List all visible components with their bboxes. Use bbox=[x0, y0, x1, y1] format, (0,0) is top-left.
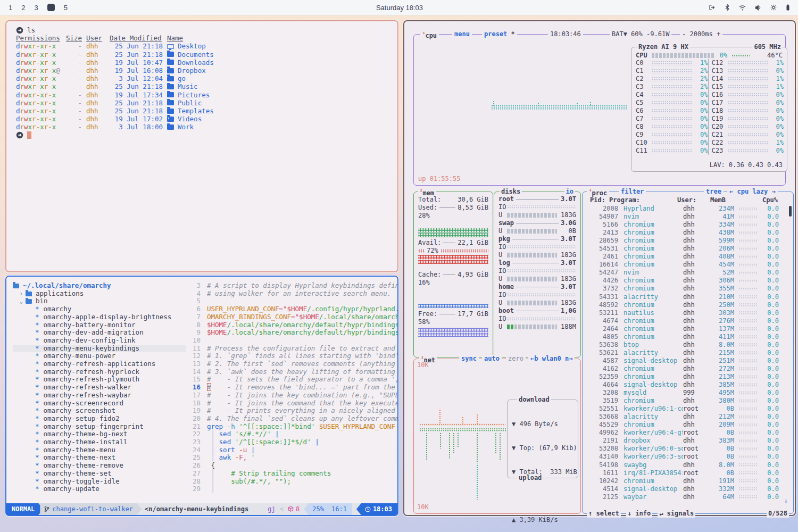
workspace-1[interactable]: 1 bbox=[9, 4, 12, 12]
terminal-cursor[interactable] bbox=[27, 131, 31, 139]
tree-item-omarchy-dev-add-migration[interactable]: *omarchy-dev-add-migration bbox=[13, 329, 186, 337]
process-row-49962[interactable]: 49962kworker/u96:4-gfroot0B0.0 bbox=[583, 429, 788, 437]
tree-item-omarchy-refresh-hyprlock[interactable]: *omarchy-refresh-hyprlock bbox=[13, 368, 186, 376]
process-row-2461[interactable]: 2461chromiumdhh408M0.0 bbox=[583, 253, 788, 261]
tree-item-omarchy-setup-fido2[interactable]: *omarchy-setup-fido2 bbox=[13, 415, 186, 423]
proc-signals-hint[interactable]: ↵ signals bbox=[658, 510, 695, 518]
process-row-54907[interactable]: 54907nvimdhh41M0.0 bbox=[583, 213, 788, 221]
tree-item-omarchy-menu-keybindings[interactable]: *omarchy-menu-keybindings bbox=[13, 345, 186, 353]
tree-item-omarchy-screenshot[interactable]: *omarchy-screenshot bbox=[13, 407, 186, 415]
workspace-3[interactable]: 3 bbox=[34, 4, 38, 12]
disks-title[interactable]: disks bbox=[500, 188, 522, 196]
proc-filter-button[interactable]: filter bbox=[619, 188, 646, 196]
gear-icon[interactable] bbox=[770, 4, 777, 11]
tree-dir-applications[interactable]: › applications bbox=[13, 290, 186, 298]
process-row-4674[interactable]: 4674chromiumdhh276M0.0 bbox=[583, 317, 788, 325]
git-branch-segment[interactable]: change-wofi-to-walker bbox=[40, 503, 142, 515]
tree-item-omarchy-theme-set[interactable]: *omarchy-theme-set bbox=[13, 470, 186, 478]
tree-item-omarchy-theme-install[interactable]: *omarchy-theme-install bbox=[13, 438, 186, 446]
bluetooth-icon[interactable] bbox=[724, 4, 730, 11]
proc-sort-selector[interactable]: ← cpu lazy → bbox=[727, 188, 778, 196]
proc-scrollbar[interactable] bbox=[789, 206, 792, 217]
process-row-43140[interactable]: 43140kworker/u96:3-sdroot0B0.0 bbox=[583, 453, 788, 461]
tree-item-omarchy-theme-bg-next[interactable]: *omarchy-theme-bg-next bbox=[13, 430, 186, 438]
process-row-5166[interactable]: 5166chromiumdhh334M0.0 bbox=[583, 221, 788, 229]
tree-item-omarchy-theme-remove[interactable]: *omarchy-theme-remove bbox=[13, 462, 186, 470]
process-row-4664[interactable]: 4664signal-desktopdhh385M0.0 bbox=[583, 381, 788, 389]
process-row-16614[interactable]: 16614chromiumdhh454M0.0 bbox=[583, 261, 788, 269]
process-row-53211[interactable]: 53211nautilusdhh303M0.0 bbox=[583, 309, 788, 317]
logout-icon[interactable] bbox=[708, 4, 716, 11]
process-row-53668[interactable]: 53668alacrittydhh212M0.0 bbox=[583, 413, 788, 421]
tab-cpu[interactable]: ¹cpu bbox=[420, 30, 439, 40]
process-row-52359[interactable]: 52359chromiumdhh213M0.0 bbox=[583, 373, 788, 381]
process-row-45529[interactable]: 45529chromiumdhh209M0.0 bbox=[583, 421, 788, 429]
scroll-down-icon[interactable]: ↓ bbox=[784, 497, 788, 505]
net-zero-button[interactable]: zero bbox=[506, 355, 526, 363]
menu-button[interactable]: menu bbox=[452, 30, 472, 38]
col-memb[interactable]: MemB bbox=[710, 196, 726, 204]
tree-item-omarchy-refresh-walker[interactable]: *omarchy-refresh-walker bbox=[13, 384, 186, 392]
process-row-54198[interactable]: 54198swaybgdhh8.0M0.0 bbox=[583, 461, 788, 469]
tree-item-omarchy-apple-display-brightness[interactable]: *omarchy-apple-display-brightness bbox=[13, 313, 186, 321]
process-row-3208[interactable]: 3208mysqld999495M0.0 bbox=[583, 389, 788, 397]
process-row-2191[interactable]: 2191dropboxdhh383M0.0 bbox=[583, 437, 788, 445]
proc-select-hint[interactable]: ↑ select bbox=[587, 510, 621, 518]
workspace-2[interactable]: 2 bbox=[21, 4, 25, 12]
tree-item-omarchy-theme-next[interactable]: *omarchy-theme-next bbox=[13, 454, 186, 462]
process-row-10242[interactable]: 10242chromiumdhh191M0.0 bbox=[583, 477, 788, 485]
tree-item-omarchy-toggle-idle[interactable]: *omarchy-toggle-idle bbox=[13, 478, 186, 486]
io-toggle[interactable]: io bbox=[564, 188, 575, 196]
process-row-3519[interactable]: 3519chromiumdhh380M0.0 bbox=[583, 397, 788, 405]
tree-root[interactable]: ~/.local/share/omarchy bbox=[13, 282, 186, 290]
workspace-5[interactable]: 5 bbox=[64, 4, 68, 12]
process-row-3732[interactable]: 3732chromiumdhh355M0.0 bbox=[583, 285, 788, 293]
process-row-2008[interactable]: 2008Hyprlanddhh234M0.0 bbox=[583, 205, 788, 213]
process-row-53638[interactable]: 53638btopdhh8.0M0.0 bbox=[583, 341, 788, 349]
process-row-28659[interactable]: 28659chromiumdhh599M0.0 bbox=[583, 237, 788, 245]
code-editor[interactable]: 3# A script to display Hyprland keybindi… bbox=[186, 277, 397, 503]
process-row-52551[interactable]: 52551kworker/u96:1-coroot0B0.0 bbox=[583, 405, 788, 413]
tree-item-omarchy-screenrecord[interactable]: *omarchy-screenrecord bbox=[13, 400, 186, 408]
tree-item-omarchy-refresh-waybar[interactable]: *omarchy-refresh-waybar bbox=[13, 392, 186, 400]
process-row-4426[interactable]: 4426chromiumdhh306M0.0 bbox=[583, 277, 788, 285]
tree-item-omarchy-theme-menu[interactable]: *omarchy-theme-menu bbox=[13, 446, 186, 454]
tree-item-omarchy-update[interactable]: *omarchy-update bbox=[13, 485, 186, 493]
tree-item-omarchy-dev-config-link[interactable]: *omarchy-dev-config-link bbox=[13, 337, 186, 345]
process-row-2125[interactable]: 2125waybardhh64M0.0 bbox=[583, 493, 788, 501]
proc-info-hint[interactable]: ↓ info bbox=[626, 510, 652, 518]
process-row-54331[interactable]: 54331alacrittydhh210M0.0 bbox=[583, 293, 788, 301]
process-row-4805[interactable]: 4805chromiumdhh411M0.0 bbox=[583, 333, 788, 341]
process-row-1611[interactable]: 1611irq/81-PIXA3854:root0B0.0 bbox=[583, 469, 788, 477]
battery-icon[interactable] bbox=[785, 4, 791, 11]
update-interval[interactable]: - 2000ms + bbox=[680, 30, 722, 38]
proc-tree-button[interactable]: tree bbox=[704, 188, 724, 196]
net-interface[interactable]: ←b wlan0 n→ bbox=[528, 355, 575, 363]
col-cpu[interactable]: Cpu% bbox=[762, 196, 778, 204]
tree-item-omarchy[interactable]: *omarchy bbox=[13, 305, 186, 313]
col-user[interactable]: User: bbox=[677, 196, 696, 204]
net-sync-button[interactable]: sync bbox=[459, 355, 479, 363]
tree-item-omarchy-refresh-applications[interactable]: *omarchy-refresh-applications bbox=[13, 360, 186, 368]
tree-item-omarchy-setup-fingerprint[interactable]: *omarchy-setup-fingerprint bbox=[13, 423, 186, 431]
preset-button[interactable]: preset * bbox=[482, 30, 517, 38]
wifi-icon[interactable] bbox=[738, 4, 746, 11]
process-row-53208[interactable]: 53208kworker/u96:0-sdroot0B0.0 bbox=[583, 445, 788, 453]
process-row-48592[interactable]: 48592chromiumdhh250M0.0 bbox=[583, 301, 788, 309]
net-auto-button[interactable]: auto bbox=[482, 355, 502, 363]
process-row-4587[interactable]: 4587signal-desktopdhh251M0.0 bbox=[583, 357, 788, 365]
process-row-4514[interactable]: 4514signal-desktopdhh332M0.0 bbox=[583, 485, 788, 493]
process-row-2464[interactable]: 2464chromiumdhh137M0.0 bbox=[583, 325, 788, 333]
volume-icon[interactable] bbox=[754, 4, 762, 11]
tree-item-omarchy-menu-power[interactable]: *omarchy-menu-power bbox=[13, 352, 186, 360]
process-row-2413[interactable]: 2413chromiumdhh438M0.0 bbox=[583, 229, 788, 237]
tree-item-omarchy-battery-monitor[interactable]: *omarchy-battery-monitor bbox=[13, 321, 186, 329]
process-row-4162[interactable]: 4162chromiumdhh272M0.0 bbox=[583, 365, 788, 373]
process-row-54531[interactable]: 54531chromiumdhh206M0.0 bbox=[583, 245, 788, 253]
col-pid-program[interactable]: Pid: Program: bbox=[590, 196, 640, 204]
process-row-53621[interactable]: 53621alacrittydhh215M0.0 bbox=[583, 349, 788, 357]
process-row-54247[interactable]: 54247nvimdhh52M0.0 bbox=[583, 269, 788, 277]
tree-item-omarchy-refresh-plymouth[interactable]: *omarchy-refresh-plymouth bbox=[13, 376, 186, 384]
tree-dir-bin[interactable]: ⌄ bin bbox=[13, 297, 186, 305]
workspace-4[interactable] bbox=[47, 4, 55, 11]
